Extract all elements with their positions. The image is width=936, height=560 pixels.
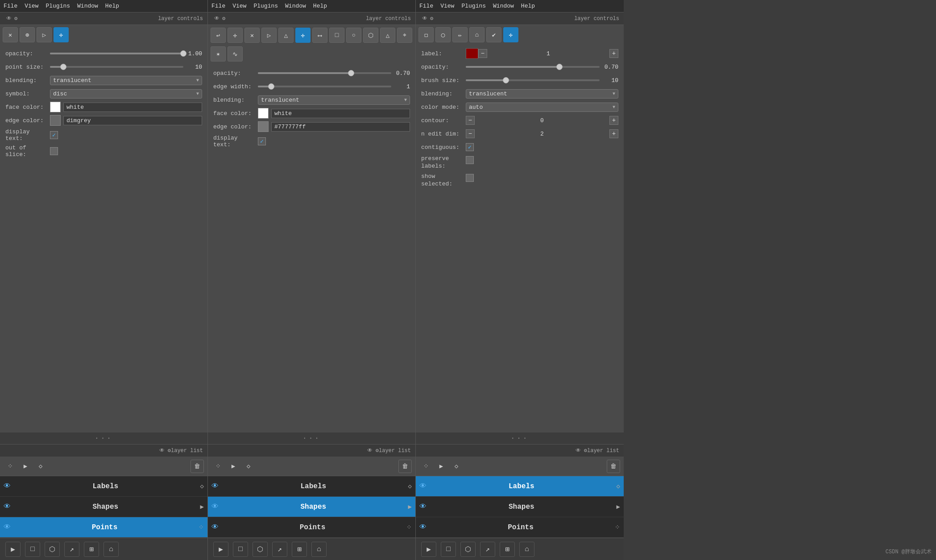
home-btn-3[interactable]: ⌂ [519, 542, 534, 557]
displaytext-checkbox-1[interactable] [50, 131, 58, 139]
contiguous-checkbox-3[interactable] [466, 143, 474, 151]
rect-btn-1[interactable]: □ [25, 542, 40, 557]
arrow-btn-2[interactable]: ↗ [272, 542, 287, 557]
layer-labels-2[interactable]: 👁 Labels ◇ [208, 476, 415, 497]
menu-help-1[interactable]: Help [105, 3, 119, 9]
opacity-slider-container-1[interactable]: 1.00 [50, 50, 202, 57]
layer-shape-btn-2[interactable]: ▶ [227, 460, 240, 473]
move-tool-3[interactable]: ✛ [503, 27, 518, 42]
facecolor-value-1[interactable]: white [63, 103, 202, 112]
blending-dropdown-2[interactable]: translucent ▼ [258, 95, 410, 105]
layer-points-1[interactable]: 👁 Points ⁘ [0, 517, 207, 538]
box3d-btn-3[interactable]: ⬡ [460, 542, 476, 557]
home-btn-1[interactable]: ⌂ [104, 542, 119, 557]
pick-tool-3[interactable]: ✔ [486, 27, 501, 42]
brushsize-slider-container-3[interactable]: 10 [466, 77, 618, 84]
layer-shape-btn-1[interactable]: ▶ [19, 460, 32, 473]
add-tool-1[interactable]: ⊕ [20, 27, 35, 42]
label-color-3[interactable] [466, 48, 478, 59]
contour-plus-3[interactable]: + [609, 116, 618, 125]
layer-shapes-3[interactable]: 👁 Shapes ▶ [416, 497, 624, 517]
contour-minus-3[interactable]: − [466, 116, 475, 125]
layer-grid-btn-3[interactable]: ⁘ [419, 460, 433, 473]
link-tool-2[interactable]: ⟷ [312, 28, 327, 43]
tri-tool-2[interactable]: △ [380, 28, 395, 43]
terminal-btn-3[interactable]: ▶ [421, 542, 436, 557]
layer-tag-btn-2[interactable]: ◇ [242, 460, 255, 473]
label-plus-3[interactable]: + [609, 49, 618, 58]
layer-eye-points-3[interactable]: 👁 [419, 523, 427, 531]
rect-tool-2[interactable]: □ [329, 28, 344, 43]
opacity-slider-2[interactable] [258, 72, 391, 74]
layer-shapes-2[interactable]: 👁 Shapes ▶ [208, 497, 415, 517]
pointsize-slider-container-1[interactable]: 10 [50, 64, 202, 70]
layer-points-3[interactable]: 👁 Points ⁘ [416, 517, 624, 538]
edgewidth-slider-container-2[interactable]: 1 [258, 83, 410, 90]
circle-tool-2[interactable]: ○ [346, 28, 361, 43]
layer-grid-btn-2[interactable]: ⁘ [211, 460, 225, 473]
eye-icon-3[interactable]: 👁 [422, 15, 427, 22]
back-tool-2[interactable]: ↩ [211, 28, 226, 43]
triangle-tool-2[interactable]: △ [278, 28, 294, 43]
facecolor-value-2[interactable]: white [271, 109, 410, 118]
layer-eye-shapes-2[interactable]: 👁 [211, 502, 219, 511]
eye-icon-2[interactable]: 👁 [214, 15, 220, 22]
layer-eye-points-2[interactable]: 👁 [211, 523, 219, 531]
layer-grid-btn-1[interactable]: ⁘ [4, 460, 17, 473]
label-minus-3[interactable]: − [478, 49, 487, 58]
layer-delete-btn-1[interactable]: 🗑 [191, 460, 204, 473]
pointsize-slider-1[interactable] [50, 66, 183, 68]
box3d-btn-2[interactable]: ⬡ [253, 542, 268, 557]
layer-points-2[interactable]: 👁 Points ⁘ [208, 517, 415, 538]
move-tool-2[interactable]: ✛ [295, 28, 311, 43]
opacity-slider-container-3[interactable]: 0.70 [466, 64, 618, 70]
layer-shape-btn-3[interactable]: ▶ [435, 460, 448, 473]
settings-icon-3[interactable]: ⚙ [430, 15, 433, 22]
menu-window-3[interactable]: Window [493, 3, 514, 9]
neditdim-minus-3[interactable]: − [466, 129, 475, 138]
menu-help-2[interactable]: Help [313, 3, 327, 9]
menu-window-1[interactable]: Window [77, 3, 98, 9]
layer-eye-shapes-1[interactable]: 👁 [4, 502, 11, 511]
fill-tool-3[interactable]: ⌂ [469, 27, 485, 42]
layer-tag-btn-1[interactable]: ◇ [34, 460, 47, 473]
close-tool-2[interactable]: ✕ [244, 28, 260, 43]
menu-window-2[interactable]: Window [285, 3, 306, 9]
menu-file-2[interactable]: File [211, 3, 225, 9]
blending-dropdown-1[interactable]: translucent ▼ [50, 76, 202, 85]
eye-icon-ll-1[interactable]: 👁 [159, 448, 165, 454]
neditdim-plus-3[interactable]: + [609, 129, 618, 138]
rect-btn-2[interactable]: □ [233, 542, 248, 557]
close-tool-1[interactable]: ✕ [3, 27, 18, 42]
layer-eye-labels-1[interactable]: 👁 [4, 482, 11, 490]
layer-eye-points-1[interactable]: 👁 [4, 523, 11, 531]
settings-icon-ll-3[interactable]: ⚙ [584, 448, 587, 454]
layer-eye-shapes-3[interactable]: 👁 [419, 502, 427, 511]
layer-delete-btn-3[interactable]: 🗑 [607, 460, 620, 473]
terminal-btn-1[interactable]: ▶ [5, 542, 21, 557]
settings-icon-1[interactable]: ⚙ [14, 15, 17, 22]
menu-plugins-3[interactable]: Plugins [461, 3, 486, 9]
layer-labels-3[interactable]: 👁 Labels ◇ [416, 476, 624, 497]
edgewidth-slider-2[interactable] [258, 86, 391, 87]
wave-tool-2[interactable]: ∿ [228, 46, 243, 62]
outofslice-checkbox-1[interactable] [50, 147, 58, 155]
displaytext-checkbox-2[interactable] [258, 137, 266, 145]
opacity-slider-3[interactable] [466, 66, 600, 68]
eye-icon-ll-2[interactable]: 👁 [367, 448, 373, 454]
opacity-slider-1[interactable] [50, 53, 183, 54]
grid-btn-1[interactable]: ⊞ [84, 542, 99, 557]
symbol-dropdown-1[interactable]: disc ▼ [50, 89, 202, 99]
facecolor-preview-2[interactable] [258, 108, 269, 119]
erase-tool-3[interactable]: ◻ [418, 27, 434, 42]
colormode-dropdown-3[interactable]: auto ▼ [466, 103, 618, 112]
layer-labels-1[interactable]: 👁 Labels ◇ [0, 476, 207, 497]
box3d-btn-1[interactable]: ⬡ [45, 542, 60, 557]
showselected-checkbox-3[interactable] [466, 174, 474, 182]
eye-icon-1[interactable]: 👁 [6, 15, 12, 22]
terminal-btn-2[interactable]: ▶ [213, 542, 228, 557]
arrow-btn-3[interactable]: ↗ [480, 542, 495, 557]
menu-file-1[interactable]: File [4, 3, 17, 9]
layer-shapes-1[interactable]: 👁 Shapes ▶ [0, 497, 207, 517]
star-tool-2[interactable]: ✶ [211, 46, 226, 62]
